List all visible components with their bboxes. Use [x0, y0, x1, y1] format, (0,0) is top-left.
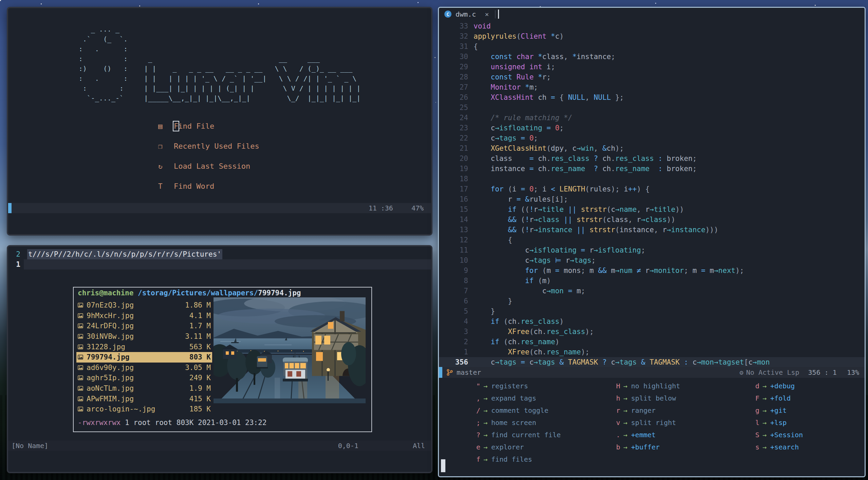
whichkey-binding[interactable]: ,→expand tags: [472, 392, 561, 404]
file-row[interactable]: 9hMxcHr.jpg4.1 M: [76, 311, 212, 321]
line-number: 2: [8, 249, 20, 259]
window-dashboard[interactable]: _ ... _ .` (_ `. : . : : : :) () : : . :…: [7, 7, 432, 236]
code-line: 14 && (!r→class || strstr(class, r→class…: [439, 215, 865, 225]
line-number: 356: [439, 357, 474, 367]
file-row[interactable]: 24LrDFQ.jpg1.7 M: [76, 321, 212, 331]
code-line: 25: [439, 103, 865, 113]
image-file-icon: [78, 374, 87, 382]
current-path: /storag/Pictures/wallpapers/: [133, 289, 258, 297]
menu-item-recently-used-files[interactable]: ❐Recently Used Files: [158, 136, 431, 156]
arrow-icon: →: [483, 380, 487, 392]
binding-key: f: [472, 453, 480, 465]
binding-label: +fold: [770, 392, 791, 404]
line-number: 15: [439, 204, 474, 215]
file-name: 07nEzQ3.jpg: [87, 301, 163, 309]
code-text: {: [474, 235, 512, 245]
file-row[interactable]: 799794.jpg803 K: [76, 352, 212, 363]
code-line: 8 if (m): [439, 276, 865, 286]
window-scratch[interactable]: 2 t///s/P//2/h/c/.l/s/n/s/p/p/s/r/r/s/Pi…: [7, 245, 432, 473]
line-number: 20: [439, 153, 474, 164]
file-size: 1.9 M: [163, 384, 211, 392]
file-row[interactable]: APwFMIM.jpg415 K: [76, 393, 212, 404]
arrow-icon: →: [623, 404, 627, 417]
code-text: c→tags = c→tags & TAGMASK ? c→tags & TAG…: [474, 357, 770, 367]
file-row[interactable]: 31228.jpg563 K: [76, 341, 212, 352]
code-text: c→tags = 0;: [474, 133, 538, 143]
arrow-icon: →: [762, 441, 767, 453]
binding-key: l: [751, 417, 759, 429]
binding-key: F: [751, 392, 759, 404]
code-line-current: 356 c→tags = c→tags & TAGMASK ? c→tags &…: [439, 357, 865, 367]
file-row[interactable]: 30iNVBw.jpg3.11 M: [76, 331, 212, 342]
whichkey-binding[interactable]: "→registers: [472, 380, 561, 392]
file-manager-popup[interactable]: chris@machine /storag/Pictures/wallpaper…: [73, 287, 372, 432]
code-text: class = ch.res_class ? ch.res_class : br…: [474, 153, 697, 164]
binding-key: d: [751, 380, 759, 392]
whichkey-binding[interactable]: H→no highlight: [611, 380, 680, 392]
whichkey-binding[interactable]: e→explorer: [472, 441, 561, 453]
dashboard-statusline: 11 :36 47%: [8, 203, 431, 213]
whichkey-binding[interactable]: f→find files: [472, 453, 561, 465]
menu-item-find-file[interactable]: ▤Find File: [158, 116, 431, 136]
whichkey-binding[interactable]: s→+search: [751, 441, 803, 453]
code-text: XFree(ch.res_class);: [474, 327, 594, 337]
file-size: 249 K: [163, 374, 211, 382]
lsp-status: No Active Lsp: [746, 368, 799, 376]
arrow-icon: →: [762, 392, 767, 404]
file-row[interactable]: ad6v90y.jpg3.05 M: [76, 363, 212, 373]
arrow-icon: →: [762, 380, 767, 392]
file-row[interactable]: 07nEzQ3.jpg1.86 M: [76, 300, 212, 311]
file-row[interactable]: aghr5Ip.jpg249 K: [76, 373, 212, 383]
file-name: APwFMIM.jpg: [87, 395, 163, 403]
code-line: 28 const Rule *r;: [439, 72, 865, 82]
whichkey-binding[interactable]: g→+git: [751, 404, 803, 417]
whichkey-binding[interactable]: l→+lsp: [751, 417, 803, 429]
menu-item-find-word[interactable]: TFind Word: [158, 176, 431, 196]
whichkey-binding[interactable]: b→+buffer: [611, 441, 680, 453]
whichkey-binding[interactable]: r→ranger: [611, 404, 680, 417]
image-file-icon: [78, 353, 87, 361]
binding-key: H: [611, 380, 620, 392]
session-icon: ↻: [158, 162, 174, 170]
whichkey-binding[interactable]: ?→find current file: [472, 429, 561, 441]
whichkey-binding[interactable]: ;→home screen: [472, 417, 561, 429]
binding-label: +search: [770, 441, 799, 453]
window-editor[interactable]: C dwm.c × 33void32applyrules(Client *c)3…: [438, 7, 866, 477]
statusline-position: 11 :36: [369, 204, 393, 212]
file-row[interactable]: arco-login-~.jpg185 K: [76, 404, 212, 414]
line-number: 32: [439, 31, 474, 41]
line-number: 7: [439, 286, 474, 296]
code-line: 3 XFree(ch.res_class);: [439, 327, 865, 337]
whichkey-binding[interactable]: /→comment toggle: [472, 404, 561, 417]
whichkey-binding[interactable]: F→+fold: [751, 392, 803, 404]
close-icon[interactable]: ×: [485, 10, 489, 18]
wallpaper-painting-preview: [214, 297, 366, 403]
menu-item-label: Find Word: [174, 182, 214, 190]
menu-item-load-last-session[interactable]: ↻Load Last Session: [158, 156, 431, 176]
whichkey-binding[interactable]: h→split below: [611, 392, 680, 404]
whichkey-binding[interactable]: S→+Session: [751, 429, 803, 441]
code-line: 23 c→isfloating = 0;: [439, 123, 865, 133]
code-text: unsigned int i;: [474, 62, 555, 72]
code-line: 30 const char *class, *instance;: [439, 52, 865, 62]
file-size: 3.05 M: [163, 364, 211, 372]
line-number: 5: [439, 306, 474, 316]
code-text: for (i = 0; i < LENGTH(rules); i++) {: [474, 184, 650, 194]
image-file-icon: [78, 312, 87, 320]
line-number: 17: [439, 184, 474, 194]
whichkey-binding[interactable]: d→+debug: [751, 380, 803, 392]
file-row[interactable]: aoNcTLm.jpg1.9 M: [76, 383, 212, 394]
code-text: c→isfloating = r→isfloating;: [474, 245, 645, 255]
cable-car-far: [256, 356, 268, 368]
image-file-icon: [78, 364, 87, 372]
image-file-icon: [78, 322, 87, 330]
code-area[interactable]: 33void32applyrules(Client *c)31{30 const…: [439, 21, 865, 367]
tab-dwm-c[interactable]: C dwm.c ×: [439, 8, 495, 20]
wallpaper-stars: [0, 0, 1, 1]
whichkey-binding[interactable]: .→+emmet: [611, 429, 680, 441]
binding-label: +emmet: [631, 429, 655, 441]
file-permissions: -rwxrwxrwx: [78, 419, 121, 427]
line-number: 33: [439, 21, 474, 31]
code-line: 12 {: [439, 235, 865, 245]
whichkey-binding[interactable]: v→split right: [611, 417, 680, 429]
